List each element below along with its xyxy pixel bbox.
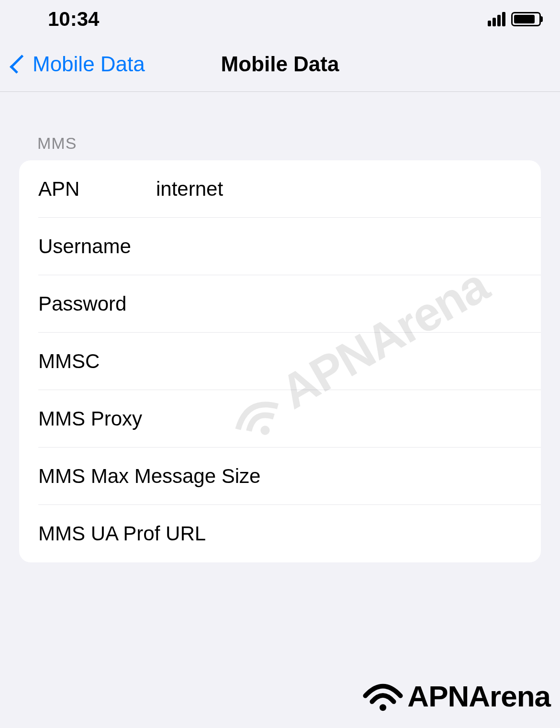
apn-label: APN [38, 178, 153, 201]
chevron-left-icon [10, 55, 29, 74]
mms-settings-group: APN Username Password MMSC MMS Proxy MMS… [19, 160, 541, 562]
mmsc-label: MMSC [38, 350, 153, 373]
status-time: 10:34 [48, 8, 99, 31]
back-button[interactable]: Mobile Data [10, 52, 145, 76]
cellular-signal-icon [488, 12, 505, 26]
password-label: Password [38, 292, 153, 315]
mms-ua-prof-row[interactable]: MMS UA Prof URL [19, 505, 541, 562]
mms-proxy-label: MMS Proxy [38, 407, 153, 430]
status-indicators [488, 12, 541, 26]
battery-icon [511, 12, 541, 26]
username-label: Username [38, 235, 153, 258]
mms-max-size-row[interactable]: MMS Max Message Size [19, 448, 541, 505]
apn-row[interactable]: APN [19, 160, 541, 218]
password-row[interactable]: Password [19, 275, 541, 333]
mms-proxy-row[interactable]: MMS Proxy [19, 390, 541, 448]
section-header-mms: MMS [0, 92, 560, 160]
mms-proxy-input[interactable] [156, 407, 522, 430]
svg-point-1 [380, 704, 386, 711]
mms-max-size-input[interactable] [263, 465, 522, 488]
wifi-icon [361, 678, 404, 714]
navigation-bar: Mobile Data Mobile Data [0, 38, 560, 92]
page-title: Mobile Data [221, 52, 339, 76]
mms-ua-prof-input[interactable] [209, 522, 522, 545]
apn-input[interactable] [156, 178, 522, 201]
mms-max-size-label: MMS Max Message Size [38, 465, 260, 488]
mms-ua-prof-label: MMS UA Prof URL [38, 522, 206, 545]
password-input[interactable] [156, 292, 522, 315]
brand-logo: APNArena [361, 678, 550, 714]
back-label: Mobile Data [33, 52, 145, 76]
brand-text: APNArena [407, 679, 550, 713]
username-row[interactable]: Username [19, 218, 541, 275]
status-bar: 10:34 [0, 0, 560, 38]
mmsc-row[interactable]: MMSC [19, 333, 541, 390]
mmsc-input[interactable] [156, 350, 522, 373]
username-input[interactable] [156, 235, 522, 258]
